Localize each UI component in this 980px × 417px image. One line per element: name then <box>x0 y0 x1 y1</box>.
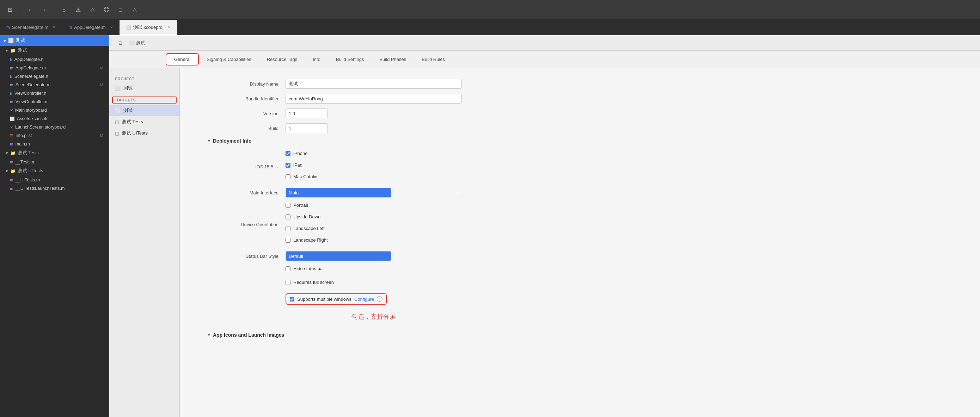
file-item-assets[interactable]: ⬜ Assets.xcassets <box>0 114 109 123</box>
device-list: iPhone iPad Mac Catalyst <box>286 151 462 183</box>
file-item-main-storyboard[interactable]: ✕ Main storyboard <box>0 106 109 114</box>
tab-signing[interactable]: Signing & Capabilities <box>199 54 259 65</box>
iphone-checkbox[interactable] <box>286 151 291 156</box>
sidebar-tests-item[interactable]: ◫ 测试 Tests <box>109 116 180 127</box>
build-input[interactable] <box>286 123 328 133</box>
group-header-ceshi[interactable]: ▾ 📁 测试 <box>0 46 109 55</box>
deployment-info-section: ▾ Deployment Info iOS 15.5 ⌄ iPhone <box>208 138 952 321</box>
group-header-uitests[interactable]: ▾ 📁 测试 UITests <box>0 166 109 176</box>
configure-link[interactable]: Configure <box>354 296 374 302</box>
display-name-input[interactable] <box>286 79 462 89</box>
file-item-info-plist[interactable]: ☰ Info.plist M <box>0 132 109 140</box>
mac-catalyst-row: Mac Catalyst <box>286 174 462 179</box>
landscape-left-checkbox[interactable] <box>286 226 291 231</box>
annotation-text: 勾选，支持分屏 <box>286 312 462 321</box>
search-icon[interactable]: ⌕ <box>59 4 70 16</box>
targets-section-label: TARGETS <box>112 97 177 103</box>
back-button[interactable]: ‹ <box>24 4 36 16</box>
grid-icon[interactable]: ⊞ <box>4 4 16 16</box>
key-icon[interactable]: ⌘ <box>101 4 112 16</box>
sidebar-uitests-item[interactable]: ◫ 测试 UITests <box>109 127 180 139</box>
tab-general[interactable]: General <box>166 53 199 65</box>
sidebar-project-item[interactable]: ⬜ 测试 <box>109 82 180 94</box>
info-icon[interactable]: i <box>377 296 382 302</box>
version-input[interactable] <box>286 108 328 118</box>
mac-catalyst-checkbox[interactable] <box>286 174 291 179</box>
bundle-id-input[interactable] <box>286 94 462 103</box>
file-item-scenedelegate-h[interactable]: h SceneDelegate.h <box>0 72 109 81</box>
tab-build-rules[interactable]: Build Rules <box>414 54 453 65</box>
supports-multiple-windows-checkbox[interactable] <box>290 297 294 301</box>
tab-build-phases[interactable]: Build Phases <box>372 54 414 65</box>
tab-scene-delegate[interactable]: m SceneDelegate.m ✕ <box>0 20 62 35</box>
tab-app-delegate[interactable]: m AppDelegate.m ✕ <box>62 20 119 35</box>
tab-resource-tags[interactable]: Resource Tags <box>259 54 305 65</box>
requires-full-screen-checkbox[interactable] <box>286 280 291 285</box>
tab-close-icon[interactable]: ✕ <box>52 25 55 29</box>
targets-label: TARGETS <box>116 98 136 102</box>
warning-icon[interactable]: ⚠ <box>73 4 84 16</box>
landscape-right-checkbox[interactable] <box>286 238 291 243</box>
sidebar-uitests-label: 测试 UITests <box>122 130 148 136</box>
shape-icon[interactable]: △ <box>129 4 140 16</box>
portrait-label: Portrait <box>293 203 308 208</box>
iphone-row: iPhone <box>286 151 462 156</box>
tab-xcodeproj[interactable]: ⬜ 测试.xcodeproj ✕ <box>119 20 177 35</box>
annotation-row: 勾选，支持分屏 <box>208 309 952 321</box>
file-item-uitests-launch[interactable]: m __UITestsLaunchTests.m <box>0 184 109 193</box>
file-item-launchscreen[interactable]: ✕ LaunchScreen.storyboard <box>0 123 109 132</box>
toolbar: ⊞ ‹ › ⌕ ⚠ ◇ ⌘ □ △ <box>0 0 980 20</box>
root-item[interactable]: ▾ ⬜ 测试 <box>0 35 109 46</box>
panel-toggle-icon[interactable]: ⊟ <box>115 37 126 49</box>
tests-icon: ◫ <box>115 119 119 125</box>
tab-info[interactable]: Info <box>305 54 328 65</box>
breadcrumb-label: 测试 <box>136 40 145 46</box>
file-name: Assets.xcassets <box>17 116 49 121</box>
portrait-row: Portrait <box>286 203 462 208</box>
tab-build-settings[interactable]: Build Settings <box>328 54 372 65</box>
forward-button[interactable]: › <box>38 4 50 16</box>
hide-status-bar-checkbox[interactable] <box>286 266 291 271</box>
ipad-row: iPad <box>286 162 462 168</box>
chevron-icon: ▾ <box>208 139 210 143</box>
file-name: Info.plist <box>16 133 32 138</box>
sidebar-project-label: 测试 <box>123 85 132 91</box>
main-interface-select[interactable]: Main <box>286 188 391 198</box>
project-icon-sidebar: ⬜ <box>115 86 121 91</box>
tab-close-icon-3[interactable]: ✕ <box>168 25 170 29</box>
diamond-icon[interactable]: ◇ <box>87 4 98 16</box>
file-item-scenedelegate-m[interactable]: m SceneDelegate.m M <box>0 81 109 89</box>
file-item-tests-m[interactable]: m __Tests.m <box>0 158 109 166</box>
requires-full-screen-checkbox-row: Requires full screen <box>286 280 462 285</box>
file-name: ViewController.h <box>14 91 46 96</box>
toolbar-separator <box>20 6 20 14</box>
file-item-main-m[interactable]: m main.m <box>0 140 109 148</box>
file-item-uitests-m[interactable]: m __UITests.m <box>0 176 109 184</box>
tab-label-2: AppDelegate.m <box>74 25 106 30</box>
settings-body: PROJECT ⬜ 测试 TARGETS ⬜ 测试 ◫ 测试 Tests ◫ <box>109 68 980 417</box>
project-icon: ⬜ <box>8 38 14 43</box>
rect-icon[interactable]: □ <box>115 4 126 16</box>
group-label-3: 测试 UITests <box>18 168 43 174</box>
upside-down-checkbox[interactable] <box>286 214 291 219</box>
group-chevron-icon-3: ▾ <box>6 168 8 174</box>
upside-down-label: Upside Down <box>293 214 320 219</box>
build-row: Build <box>208 123 952 133</box>
file-item-appdelegate-h[interactable]: h AppDelegate.h <box>0 55 109 64</box>
status-bar-control: Default ▾ <box>286 251 462 261</box>
sidebar-target-item[interactable]: ⬜ 测试 <box>109 105 180 116</box>
portrait-checkbox[interactable] <box>286 203 291 208</box>
assets-icon: ⬜ <box>10 117 15 121</box>
storyboard-icon: ✕ <box>10 108 13 113</box>
file-item-viewcontroller-h[interactable]: h ViewController.h <box>0 89 109 98</box>
file-item-appdelegate-m[interactable]: m AppDelegate.m M <box>0 64 109 72</box>
file-item-viewcontroller-m[interactable]: m ViewController.m <box>0 98 109 106</box>
device-checkboxes: iPhone iPad Mac Catalyst <box>286 151 462 183</box>
status-bar-select[interactable]: Default <box>286 251 391 261</box>
group-header-tests[interactable]: ▾ 📁 测试 Tests <box>0 148 109 158</box>
tab-close-icon-2[interactable]: ✕ <box>110 25 113 29</box>
project-breadcrumb-icon: ⬜ <box>129 40 135 46</box>
ipad-checkbox[interactable] <box>286 163 291 168</box>
tab-label-3: 测试.xcodeproj <box>133 24 164 31</box>
annotation-control: 勾选，支持分屏 <box>286 309 462 321</box>
